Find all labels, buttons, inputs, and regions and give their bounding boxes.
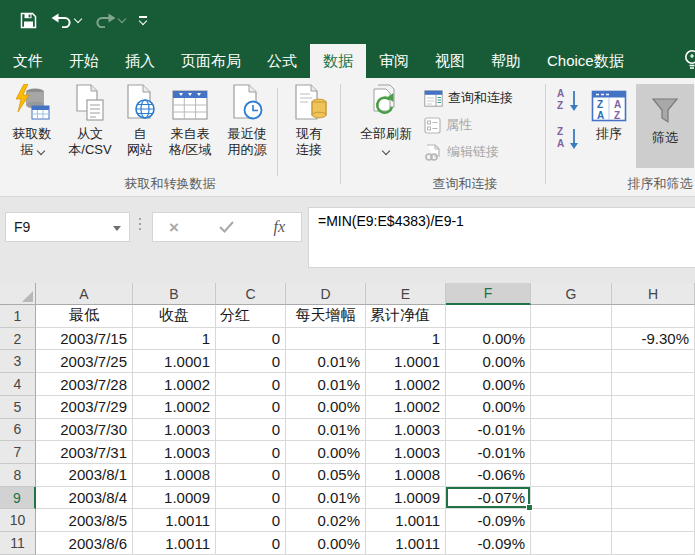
column-header-B[interactable]: B: [133, 283, 216, 305]
cell-A10[interactable]: 2003/8/5: [36, 509, 133, 532]
cell-F10[interactable]: -0.09%: [446, 509, 531, 532]
cell-H7[interactable]: [612, 441, 695, 464]
cell-C2[interactable]: 0: [216, 328, 286, 351]
cell-H8[interactable]: [612, 464, 695, 487]
cell-E3[interactable]: 1.0001: [366, 350, 446, 373]
cell-B10[interactable]: 1.0011: [133, 509, 216, 532]
cancel-icon[interactable]: ×: [169, 219, 179, 236]
cell-E10[interactable]: 1.0011: [366, 509, 446, 532]
from-table-range-button[interactable]: 来自表格/区域: [160, 82, 220, 158]
cell-G7[interactable]: [531, 441, 612, 464]
cell-C5[interactable]: 0: [216, 396, 286, 419]
tab-开始[interactable]: 开始: [56, 44, 112, 78]
cell-D9[interactable]: 0.01%: [286, 487, 366, 510]
cell-B3[interactable]: 1.0001: [133, 350, 216, 373]
existing-connections-button[interactable]: 现有连接: [282, 82, 336, 158]
cell-E5[interactable]: 1.0002: [366, 396, 446, 419]
cell-E6[interactable]: 1.0003: [366, 419, 446, 442]
cell-G4[interactable]: [531, 373, 612, 396]
cell-B5[interactable]: 1.0002: [133, 396, 216, 419]
tab-页面布局[interactable]: 页面布局: [168, 44, 254, 78]
name-box[interactable]: F9: [5, 212, 130, 242]
tab-插入[interactable]: 插入: [112, 44, 168, 78]
cell-B8[interactable]: 1.0008: [133, 464, 216, 487]
cell-C1[interactable]: 分红: [216, 305, 286, 328]
tab-Choice数据[interactable]: Choice数据: [534, 44, 637, 78]
cell-A8[interactable]: 2003/8/1: [36, 464, 133, 487]
cell-C10[interactable]: 0: [216, 509, 286, 532]
cell-F4[interactable]: 0.00%: [446, 373, 531, 396]
cell-D8[interactable]: 0.05%: [286, 464, 366, 487]
cell-H10[interactable]: [612, 509, 695, 532]
cell-F8[interactable]: -0.06%: [446, 464, 531, 487]
cell-D1[interactable]: 每天增幅: [286, 305, 366, 328]
row-header-10[interactable]: 10: [0, 509, 36, 532]
cell-G1[interactable]: [531, 305, 612, 328]
cell-F9[interactable]: -0.07%: [446, 487, 531, 510]
cell-E2[interactable]: 1: [366, 328, 446, 351]
cell-C9[interactable]: 0: [216, 487, 286, 510]
cell-F5[interactable]: 0.00%: [446, 396, 531, 419]
cell-G9[interactable]: [531, 487, 612, 510]
cell-B4[interactable]: 1.0002: [133, 373, 216, 396]
cell-A2[interactable]: 2003/7/15: [36, 328, 133, 351]
cell-F6[interactable]: -0.01%: [446, 419, 531, 442]
cell-B9[interactable]: 1.0009: [133, 487, 216, 510]
cell-D4[interactable]: 0.01%: [286, 373, 366, 396]
ribbon-item-查询和连接[interactable]: 查询和连接: [424, 88, 513, 108]
cell-A1[interactable]: 最低: [36, 305, 133, 328]
cell-D3[interactable]: 0.01%: [286, 350, 366, 373]
cell-E11[interactable]: 1.0011: [366, 532, 446, 555]
cell-E7[interactable]: 1.0003: [366, 441, 446, 464]
cell-H11[interactable]: [612, 532, 695, 555]
cell-G3[interactable]: [531, 350, 612, 373]
cell-E1[interactable]: 累计净值: [366, 305, 446, 328]
formula-input[interactable]: =MIN(E9:E$4383)/E9-1: [308, 207, 695, 268]
cell-E8[interactable]: 1.0008: [366, 464, 446, 487]
cell-E9[interactable]: 1.0009: [366, 487, 446, 510]
cell-H3[interactable]: [612, 350, 695, 373]
cell-A7[interactable]: 2003/7/31: [36, 441, 133, 464]
cell-D7[interactable]: 0.00%: [286, 441, 366, 464]
cell-A5[interactable]: 2003/7/29: [36, 396, 133, 419]
row-header-7[interactable]: 7: [0, 441, 36, 464]
row-header-6[interactable]: 6: [0, 419, 36, 442]
filter-button[interactable]: 筛选: [636, 84, 694, 168]
tab-审阅[interactable]: 审阅: [366, 44, 422, 78]
column-header-G[interactable]: G: [531, 283, 612, 305]
cell-H6[interactable]: [612, 419, 695, 442]
tab-帮助[interactable]: 帮助: [478, 44, 534, 78]
tab-文件[interactable]: 文件: [0, 44, 56, 78]
cell-F11[interactable]: -0.09%: [446, 532, 531, 555]
cell-C3[interactable]: 0: [216, 350, 286, 373]
cell-H9[interactable]: [612, 487, 695, 510]
cell-H4[interactable]: [612, 373, 695, 396]
row-header-3[interactable]: 3: [0, 350, 36, 373]
column-header-F[interactable]: F: [446, 283, 531, 305]
cell-F1[interactable]: [446, 305, 531, 328]
cell-B7[interactable]: 1.0003: [133, 441, 216, 464]
undo-dropdown-icon[interactable]: [74, 14, 82, 22]
cell-A6[interactable]: 2003/7/30: [36, 419, 133, 442]
sort-descending-button[interactable]: Z A: [556, 128, 582, 148]
tab-数据[interactable]: 数据: [310, 44, 366, 78]
column-header-D[interactable]: D: [286, 283, 366, 305]
refresh-all-dropdown-icon[interactable]: [382, 147, 390, 155]
row-header-11[interactable]: 11: [0, 532, 36, 555]
cell-G5[interactable]: [531, 396, 612, 419]
column-header-H[interactable]: H: [612, 283, 695, 305]
from-web-button[interactable]: 自网站: [118, 82, 162, 158]
save-button[interactable]: [20, 12, 37, 29]
row-header-1[interactable]: 1: [0, 305, 36, 328]
cell-G6[interactable]: [531, 419, 612, 442]
refresh-all-button[interactable]: 全部刷新: [348, 82, 424, 154]
cell-D6[interactable]: 0.01%: [286, 419, 366, 442]
insert-function-button[interactable]: fx: [273, 218, 285, 236]
cell-F3[interactable]: 0.00%: [446, 350, 531, 373]
cell-H1[interactable]: [612, 305, 695, 328]
row-header-8[interactable]: 8: [0, 464, 36, 487]
name-box-dropdown-icon[interactable]: [113, 226, 121, 231]
fill-handle[interactable]: [526, 504, 533, 511]
select-all-corner[interactable]: [0, 283, 36, 305]
cell-D11[interactable]: 0.00%: [286, 532, 366, 555]
